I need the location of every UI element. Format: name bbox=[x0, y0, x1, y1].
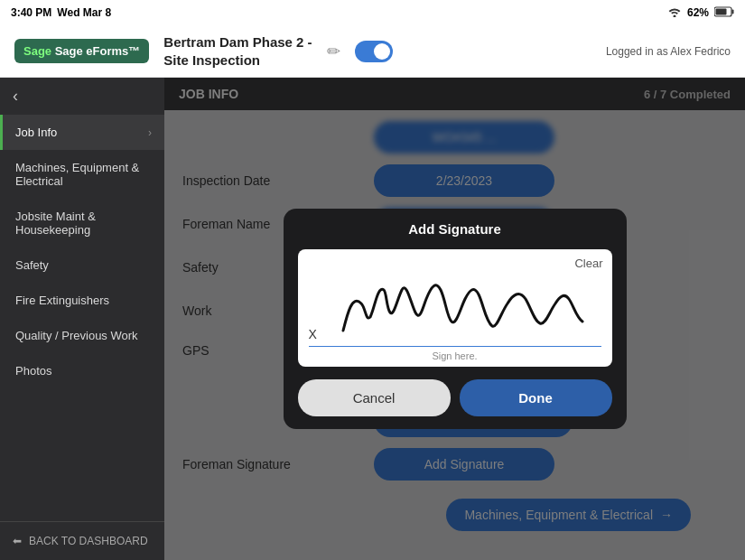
battery-icon bbox=[714, 6, 734, 20]
signature-hint: Sign here. bbox=[432, 350, 477, 361]
dialog-overlay: Add Signature Clear X Sign here. Cancel … bbox=[164, 78, 745, 560]
project-title-line1: Bertram Dam Phase 2 - bbox=[163, 33, 312, 51]
svg-rect-1 bbox=[732, 9, 734, 14]
sidebar-item-label: Quality / Previous Work bbox=[15, 329, 138, 342]
signature-drawing bbox=[316, 258, 605, 349]
app-logo: Sage Sage eForms™ bbox=[14, 39, 149, 63]
project-title-line2: Site Inspection bbox=[163, 51, 312, 70]
back-to-dashboard-button[interactable]: ⬅ BACK TO DASHBOARD bbox=[0, 521, 164, 560]
sidebar-item-safety[interactable]: Safety bbox=[0, 247, 164, 283]
dialog-done-button[interactable]: Done bbox=[460, 379, 612, 416]
status-date: Wed Mar 8 bbox=[57, 6, 111, 19]
sidebar-item-quality[interactable]: Quality / Previous Work bbox=[0, 318, 164, 353]
dialog-buttons: Cancel Done bbox=[284, 367, 627, 429]
dialog-title: Add Signature bbox=[284, 209, 627, 249]
logged-in-label: Logged in as Alex Fedrico bbox=[606, 45, 731, 58]
logo-text: Sage Sage eForms™ bbox=[23, 44, 140, 58]
sidebar-item-label: Fire Extinguishers bbox=[15, 294, 109, 307]
app-body: ‹ Job Info › Machines, Equipment & Elect… bbox=[0, 78, 745, 560]
edit-icon[interactable]: ✏ bbox=[327, 42, 340, 61]
back-label: BACK TO DASHBOARD bbox=[29, 535, 148, 547]
sidebar-item-machines[interactable]: Machines, Equipment & Electrical bbox=[0, 150, 164, 199]
status-time: 3:40 PM bbox=[11, 6, 51, 19]
signature-canvas[interactable]: Clear X Sign here. bbox=[298, 249, 612, 367]
toggle-switch[interactable] bbox=[355, 41, 393, 62]
sidebar-item-label: Job Info bbox=[15, 126, 57, 139]
add-signature-dialog: Add Signature Clear X Sign here. Cancel … bbox=[284, 209, 627, 429]
back-icon: ⬅ bbox=[13, 535, 22, 547]
sidebar-item-label: Safety bbox=[15, 258, 49, 272]
sidebar-item-label: Machines, Equipment & Electrical bbox=[15, 161, 152, 188]
sidebar-collapse-button[interactable]: ‹ bbox=[0, 78, 164, 115]
main-content: JOB INFO 6 / 7 Completed WO#345 ... Insp… bbox=[164, 78, 745, 560]
sidebar-item-photos[interactable]: Photos bbox=[0, 353, 164, 388]
chevron-right-icon: › bbox=[148, 126, 152, 139]
sidebar-item-fire-extinguishers[interactable]: Fire Extinguishers bbox=[0, 283, 164, 318]
sidebar: ‹ Job Info › Machines, Equipment & Elect… bbox=[0, 78, 164, 560]
sidebar-item-label: Jobsite Maint & Housekeeping bbox=[15, 210, 152, 237]
sidebar-item-label: Photos bbox=[15, 364, 51, 378]
wifi-icon bbox=[667, 6, 682, 20]
status-left: 3:40 PM Wed Mar 8 bbox=[11, 6, 111, 19]
sidebar-item-jobsite[interactable]: Jobsite Maint & Housekeeping bbox=[0, 199, 164, 247]
app-header: Sage Sage eForms™ Bertram Dam Phase 2 - … bbox=[0, 25, 745, 78]
status-bar: 3:40 PM Wed Mar 8 62% bbox=[0, 0, 745, 25]
dialog-cancel-button[interactable]: Cancel bbox=[298, 379, 451, 416]
svg-rect-2 bbox=[716, 8, 727, 14]
status-right: 62% bbox=[667, 6, 734, 20]
sidebar-item-job-info[interactable]: Job Info › bbox=[0, 115, 164, 150]
battery-label: 62% bbox=[687, 6, 709, 19]
